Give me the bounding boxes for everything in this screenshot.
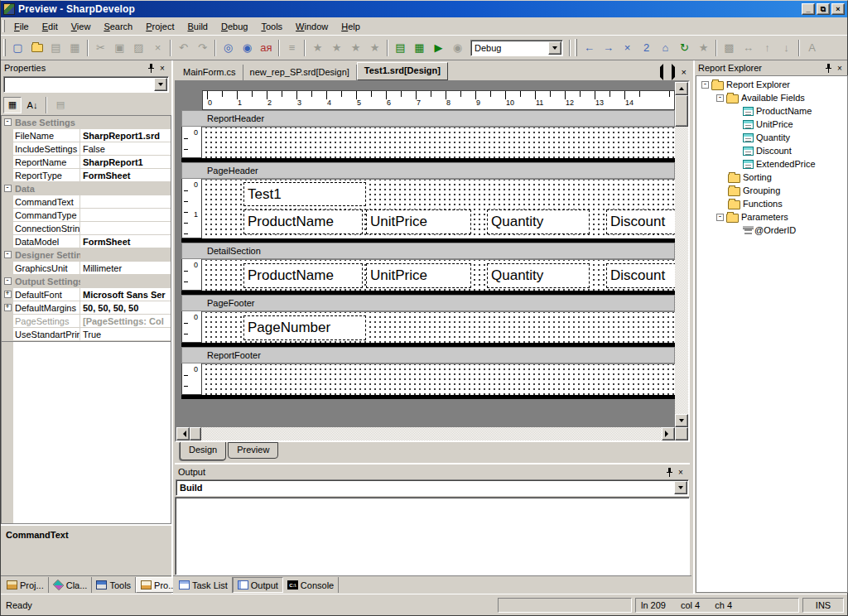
close-tab-icon[interactable]: ×	[682, 67, 687, 77]
output-text-area[interactable]	[175, 497, 690, 575]
property-row[interactable]: FileNameSharpReport1.srd	[2, 129, 171, 142]
property-row[interactable]: ReportTypeFormSheet	[2, 169, 171, 182]
tab-console[interactable]: C:\Console	[283, 577, 339, 593]
scroll-tabs-left-icon[interactable]	[657, 67, 666, 77]
window-list-icon[interactable]: 2	[637, 39, 656, 57]
toolbar-grip-2[interactable]	[575, 39, 577, 55]
report-item-quantity[interactable]: Quantity	[487, 263, 590, 288]
tab-output[interactable]: Output	[233, 577, 283, 593]
menu-build[interactable]: Build	[181, 19, 214, 34]
refresh-icon[interactable]: ↻	[675, 39, 694, 57]
tab-mainform-cs[interactable]: MainForm.cs	[176, 65, 243, 80]
tab-classes[interactable]: Cla...	[49, 577, 93, 593]
alphabetical-icon[interactable]: A↓	[23, 97, 41, 113]
section-surface-pageheader[interactable]: Test1 ProductName UnitPrice Quantity Dis…	[202, 179, 675, 238]
scroll-tabs-right-icon[interactable]	[669, 67, 678, 77]
report-item-quantity[interactable]: Quantity	[487, 209, 590, 234]
bookmark-toggle-icon[interactable]: ★	[308, 39, 327, 57]
copy-icon[interactable]: ▣	[110, 39, 129, 57]
tab-new-rep-sp[interactable]: new_rep_SP.srd[Design]	[243, 65, 357, 80]
scroll-left-icon[interactable]	[176, 427, 190, 440]
save-icon[interactable]: ▤	[46, 39, 65, 57]
tab-design[interactable]: Design	[180, 442, 226, 460]
menu-edit[interactable]: Edit	[36, 19, 65, 34]
pin-icon[interactable]	[822, 63, 834, 74]
tab-preview[interactable]: Preview	[228, 442, 278, 459]
close-icon[interactable]: ×	[834, 63, 846, 74]
redo-icon[interactable]: ↷	[193, 39, 212, 57]
report-item-pagenumber[interactable]: PageNumber	[243, 315, 366, 340]
cut-icon[interactable]: ✂	[91, 39, 110, 57]
property-category[interactable]: -Output Settings	[2, 275, 171, 288]
report-item-productname[interactable]: ProductName	[243, 209, 363, 234]
section-surface-detailsection[interactable]: ProductName UnitPrice Quantity Discount	[202, 259, 675, 291]
close-doc-icon[interactable]: ×	[618, 39, 637, 57]
stop-icon[interactable]: ◉	[448, 39, 467, 57]
undo-icon[interactable]: ↶	[174, 39, 193, 57]
tree-item-sorting[interactable]: Sorting	[696, 171, 847, 184]
favorites-icon[interactable]: ★	[694, 39, 713, 57]
tree-item-orderid[interactable]: @OrderID	[696, 224, 847, 237]
object-selector-combo[interactable]	[3, 76, 169, 93]
tree-item-unitprice[interactable]: UnitPrice	[696, 118, 847, 131]
menu-window[interactable]: Window	[289, 19, 335, 34]
menu-debug[interactable]: Debug	[214, 19, 254, 34]
property-row[interactable]: UseStandartPrirTrue	[2, 328, 171, 341]
move-down-icon[interactable]: ↓	[777, 39, 796, 57]
fill-icon[interactable]: ▩	[720, 39, 739, 57]
menu-help[interactable]: Help	[335, 19, 367, 34]
scroll-right-icon[interactable]	[662, 427, 675, 440]
property-row[interactable]: ReportNameSharpReport1	[2, 156, 171, 169]
restore-button[interactable]: ⧉	[817, 3, 830, 15]
tree-item-available-fields[interactable]: -Available Fields	[696, 91, 847, 104]
report-item-title[interactable]: Test1	[243, 182, 366, 206]
tree-item-functions[interactable]: Functions	[696, 197, 847, 210]
horizontal-scroll-thumb[interactable]	[190, 427, 201, 440]
sort-icon[interactable]: A	[802, 39, 822, 57]
menu-file[interactable]: File	[7, 19, 36, 34]
property-row[interactable]: +DefaultMargins50, 50, 50, 50	[2, 301, 171, 315]
report-item-discount[interactable]: Discount	[606, 209, 675, 234]
report-item-discount[interactable]: Discount	[606, 263, 675, 288]
tree-item-extendedprice[interactable]: ExtendedPrice	[696, 157, 847, 171]
pin-icon[interactable]	[145, 63, 157, 74]
save-all-icon[interactable]: ▦	[65, 39, 84, 57]
find-next-icon[interactable]: ◉	[238, 39, 257, 57]
toolbar-grip[interactable]	[3, 39, 6, 55]
build-all-icon[interactable]: ▦	[410, 39, 429, 57]
tree-item-root[interactable]: -Report Explorer	[696, 78, 847, 91]
section-surface-reportheader[interactable]	[202, 127, 675, 158]
section-bar-reportfooter[interactable]: ReportFooter	[181, 347, 675, 363]
bookmark-prev-icon[interactable]: ★	[327, 39, 346, 57]
tree-item-quantity[interactable]: Quantity	[696, 131, 847, 144]
report-item-productname[interactable]: ProductName	[243, 263, 363, 288]
nav-forward-icon[interactable]: →	[599, 39, 618, 57]
property-row[interactable]: +DefaultFontMicrosoft Sans Ser	[2, 288, 171, 301]
menu-search[interactable]: Search	[97, 19, 139, 34]
tab-tools[interactable]: Tools	[92, 577, 136, 593]
property-row[interactable]: IncludeSettingsFalse	[2, 142, 171, 156]
property-pages-icon[interactable]: ▤	[51, 97, 70, 113]
tab-task-list[interactable]: Task List	[175, 577, 233, 593]
section-surface-reportfooter[interactable]	[202, 363, 675, 395]
tab-test1-srd[interactable]: Test1.srd[Design]	[357, 62, 448, 80]
property-row[interactable]: PageSettings[PageSettings: Col	[2, 315, 171, 328]
new-file-icon[interactable]: ▢	[8, 39, 27, 57]
combo-dropdown-button[interactable]	[674, 481, 687, 494]
section-bar-pagefooter[interactable]: PageFooter	[181, 295, 675, 311]
vertical-scrollbar[interactable]	[675, 82, 688, 427]
paste-icon[interactable]: ▨	[129, 39, 148, 57]
tree-item-parameters[interactable]: -Parameters	[696, 210, 847, 224]
open-file-icon[interactable]	[27, 39, 46, 57]
scroll-down-icon[interactable]	[675, 414, 688, 427]
section-bar-pageheader[interactable]: PageHeader	[181, 162, 675, 179]
replace-icon[interactable]: aя	[257, 39, 276, 57]
section-divider[interactable]	[181, 395, 675, 399]
bookmark-next-icon[interactable]: ★	[346, 39, 365, 57]
property-category[interactable]: -Data	[2, 182, 171, 195]
property-category[interactable]: -Base Settings	[2, 116, 171, 129]
menu-view[interactable]: View	[65, 19, 98, 34]
tree-item-productname[interactable]: ProductName	[696, 104, 847, 118]
close-icon[interactable]: ×	[157, 63, 168, 74]
section-bar-detailsection[interactable]: DetailSection	[181, 243, 675, 259]
